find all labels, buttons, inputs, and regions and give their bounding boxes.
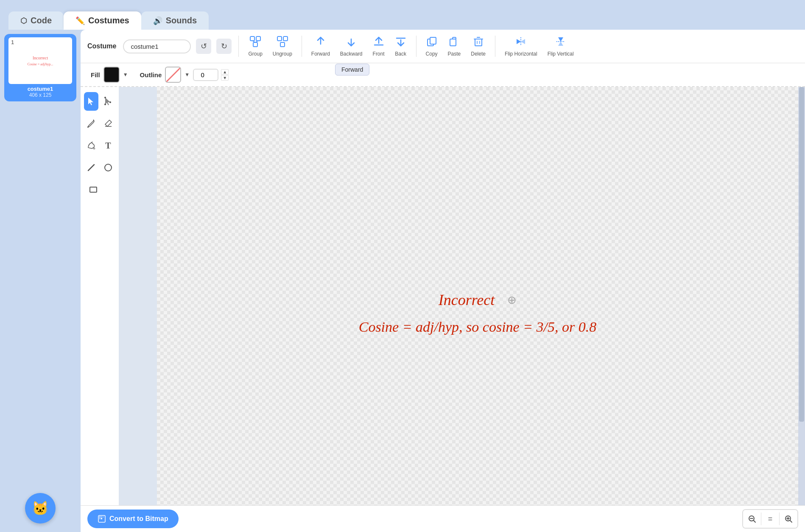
costumes-icon: ✏️	[75, 16, 85, 25]
flip-vertical-label: Flip Vertical	[548, 51, 574, 57]
group-label: Group	[248, 51, 262, 57]
back-button[interactable]: Back	[392, 34, 409, 59]
costume-name-input[interactable]	[123, 39, 191, 53]
svg-rect-28	[101, 516, 102, 518]
add-costume-button[interactable]: 🐱	[25, 493, 56, 524]
backward-button[interactable]: Backward	[338, 34, 365, 59]
convert-to-bitmap-button[interactable]: Convert to Bitmap	[87, 510, 179, 528]
fill-dropdown-arrow[interactable]: ▼	[123, 72, 128, 78]
group-icon	[249, 36, 261, 50]
svg-rect-1	[256, 36, 260, 41]
cat-icon: 🐱	[32, 500, 49, 516]
delete-button[interactable]: Delete	[468, 34, 488, 59]
svg-point-17	[104, 97, 106, 98]
drawing-tools-panel: T	[81, 87, 119, 505]
rotate-right-button[interactable]: ↻	[216, 39, 232, 54]
tab-costumes-label: Costumes	[88, 16, 129, 25]
back-label: Back	[395, 51, 406, 57]
costume-preview-content: IncorrectCosine = adj/hyp...	[28, 55, 53, 67]
flip-vertical-button[interactable]: Flip Vertical	[545, 34, 576, 59]
group-button[interactable]: Group	[246, 34, 265, 59]
zoom-controls: =	[742, 509, 798, 529]
fill-color-swatch[interactable]	[103, 67, 120, 83]
forward-button[interactable]: Forward	[309, 34, 333, 59]
paste-icon	[448, 36, 460, 50]
costume-label: costume1	[28, 86, 53, 92]
text-tool-label: T	[105, 141, 111, 151]
ungroup-button[interactable]: Ungroup	[270, 34, 295, 59]
rotate-left-button[interactable]: ↺	[196, 39, 211, 54]
text-tool[interactable]: T	[101, 136, 115, 155]
canvas-drawing: Incorrect ⊕ Cosine = adj/hyp, so cosine …	[157, 87, 798, 505]
circle-tool[interactable]	[101, 158, 115, 177]
tool-row-5	[84, 180, 115, 199]
svg-rect-13	[475, 39, 482, 46]
svg-point-19	[109, 101, 111, 103]
stroke-width-input[interactable]	[193, 69, 218, 81]
costume-number: 1	[11, 39, 14, 45]
fill-area: Fill ▼	[91, 67, 128, 83]
costume-item[interactable]: 1 IncorrectCosine = adj/hyp... costume1 …	[4, 34, 76, 101]
tab-code-label: Code	[31, 16, 52, 25]
select-tool[interactable]	[84, 92, 98, 111]
scrollbar-thumb[interactable]	[799, 87, 804, 422]
canvas-text-incorrect: Incorrect	[439, 291, 495, 309]
svg-rect-2	[253, 42, 257, 47]
svg-point-22	[93, 148, 95, 150]
divider4	[495, 36, 495, 57]
front-label: Front	[373, 51, 385, 57]
editor-content: T	[81, 87, 805, 505]
copy-button[interactable]: Copy	[423, 34, 440, 59]
canvas-left-gutter	[119, 87, 157, 505]
forward-icon	[315, 36, 327, 50]
tab-sounds[interactable]: 🔊 Sounds	[141, 11, 209, 30]
stroke-increment[interactable]: ▲	[221, 69, 229, 75]
tool-row-1	[84, 92, 115, 111]
line-tool[interactable]	[84, 158, 98, 177]
paste-button[interactable]: Paste	[445, 34, 464, 59]
flip-v-icon	[555, 36, 567, 50]
canvas-area[interactable]: Incorrect ⊕ Cosine = adj/hyp, so cosine …	[119, 87, 805, 505]
outline-dropdown-arrow[interactable]: ▼	[184, 72, 190, 78]
eraser-tool[interactable]	[101, 114, 115, 133]
svg-rect-31	[101, 518, 102, 519]
rect-tool[interactable]	[84, 180, 103, 199]
bottom-bar: Convert to Bitmap =	[81, 505, 805, 532]
stroke-decrement[interactable]: ▼	[221, 75, 229, 81]
zoom-out-button[interactable]	[743, 510, 761, 528]
outline-label: Outline	[140, 71, 162, 78]
convert-label: Convert to Bitmap	[109, 515, 168, 523]
copy-label: Copy	[426, 51, 438, 57]
ungroup-icon	[277, 36, 288, 50]
svg-rect-12	[450, 39, 456, 46]
canvas-scrollbar[interactable]	[798, 87, 805, 505]
flip-horizontal-button[interactable]: Flip Horizontal	[502, 34, 540, 59]
svg-point-18	[104, 104, 106, 105]
outline-color-swatch[interactable]	[165, 67, 181, 83]
fill-tool[interactable]	[84, 136, 98, 155]
zoom-reset-button[interactable]: =	[761, 510, 779, 528]
svg-rect-5	[277, 36, 282, 41]
svg-rect-0	[250, 36, 254, 41]
divider2	[302, 36, 302, 57]
forward-label: Forward	[311, 51, 330, 57]
delete-label: Delete	[471, 51, 486, 57]
convert-icon	[98, 515, 106, 523]
svg-line-38	[790, 521, 792, 522]
divider1	[238, 36, 239, 57]
tab-code[interactable]: ⬡ Code	[8, 11, 64, 30]
paste-label: Paste	[448, 51, 461, 57]
brush-tool[interactable]	[84, 114, 98, 133]
copy-icon	[426, 36, 438, 50]
canvas-content[interactable]: Incorrect ⊕ Cosine = adj/hyp, so cosine …	[157, 87, 798, 505]
zoom-in-button[interactable]	[780, 510, 797, 528]
reshape-tool[interactable]	[101, 92, 115, 111]
svg-point-20	[87, 126, 89, 128]
backward-label: Backward	[340, 51, 363, 57]
main-area: 1 IncorrectCosine = adj/hyp... costume1 …	[0, 30, 805, 532]
svg-rect-7	[280, 42, 285, 47]
front-button[interactable]: Front	[370, 34, 387, 59]
fill-label: Fill	[91, 71, 100, 78]
code-icon: ⬡	[20, 16, 27, 25]
tab-costumes[interactable]: ✏️ Costumes	[64, 11, 141, 30]
